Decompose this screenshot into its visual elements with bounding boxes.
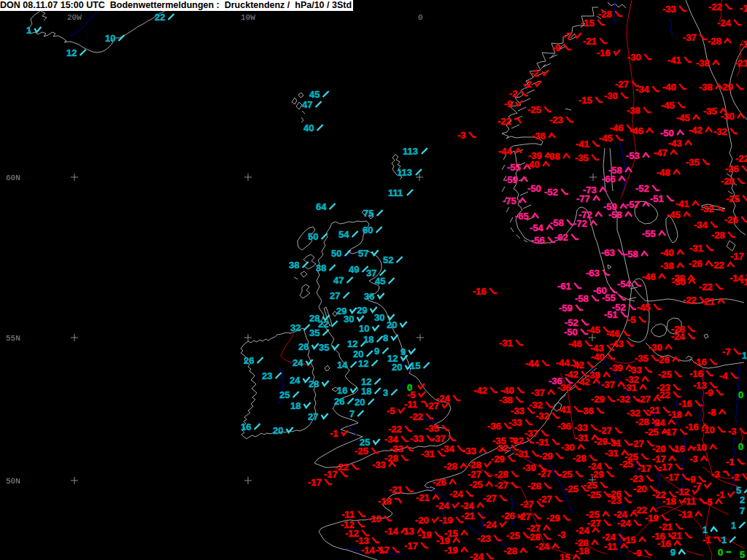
svg-text:-20: -20 xyxy=(633,483,647,494)
svg-text:-7: -7 xyxy=(722,346,731,357)
svg-text:-17: -17 xyxy=(308,477,322,488)
svg-text:-36: -36 xyxy=(557,421,571,432)
svg-text:-13: -13 xyxy=(678,509,692,520)
svg-text:-41: -41 xyxy=(676,198,689,209)
svg-text:-54: -54 xyxy=(530,222,544,233)
svg-text:-23: -23 xyxy=(477,533,491,544)
svg-text:-23: -23 xyxy=(630,473,643,484)
svg-text:-26: -26 xyxy=(689,258,703,269)
svg-text:75: 75 xyxy=(363,208,374,219)
svg-text:-42: -42 xyxy=(689,125,703,136)
svg-text:-22: -22 xyxy=(735,153,747,164)
svg-text:-31: -31 xyxy=(575,432,589,443)
svg-text:-7: -7 xyxy=(563,31,572,42)
svg-text:-56: -56 xyxy=(531,235,545,246)
svg-text:22: 22 xyxy=(155,12,165,23)
svg-text:28: 28 xyxy=(309,378,319,389)
svg-text:-72: -72 xyxy=(573,218,587,229)
svg-text:-32: -32 xyxy=(535,411,549,421)
svg-text:-21: -21 xyxy=(735,58,747,69)
svg-text:-18: -18 xyxy=(576,545,589,556)
svg-text:-25: -25 xyxy=(469,479,483,490)
svg-text:111: 111 xyxy=(388,187,403,198)
svg-text:-19: -19 xyxy=(444,545,458,556)
svg-text:-19: -19 xyxy=(418,529,432,540)
svg-text:0: 0 xyxy=(738,389,743,400)
svg-text:-54: -54 xyxy=(617,279,632,289)
svg-text:-27: -27 xyxy=(538,494,552,505)
svg-text:-52: -52 xyxy=(544,187,558,198)
svg-text:-28: -28 xyxy=(495,469,508,480)
svg-text:-17: -17 xyxy=(730,251,744,262)
svg-text:35: 35 xyxy=(319,342,329,353)
svg-text:-61: -61 xyxy=(557,281,571,292)
svg-text:20: 20 xyxy=(392,362,402,373)
svg-text:9: 9 xyxy=(400,346,406,357)
svg-text:23: 23 xyxy=(262,370,272,381)
svg-text:-29: -29 xyxy=(590,469,604,480)
svg-text:-30: -30 xyxy=(672,276,686,287)
svg-text:-24: -24 xyxy=(576,525,590,536)
svg-text:1: 1 xyxy=(731,520,736,531)
svg-text:9: 9 xyxy=(670,547,676,558)
svg-text:-28: -28 xyxy=(444,461,457,472)
svg-text:25: 25 xyxy=(279,389,290,400)
svg-text:-27: -27 xyxy=(587,518,601,529)
svg-text:-24: -24 xyxy=(470,551,484,560)
svg-text:60: 60 xyxy=(363,225,373,236)
svg-text:-31: -31 xyxy=(608,438,622,448)
svg-text:-31: -31 xyxy=(605,448,619,459)
svg-text:-5: -5 xyxy=(407,389,416,400)
svg-text:-28: -28 xyxy=(503,545,517,556)
svg-text:-2: -2 xyxy=(523,79,532,90)
svg-text:-21: -21 xyxy=(646,405,660,416)
svg-text:-16: -16 xyxy=(689,368,703,379)
svg-text:38: 38 xyxy=(289,260,299,271)
svg-text:20: 20 xyxy=(387,319,397,330)
svg-text:-21: -21 xyxy=(583,36,597,47)
svg-text:-11: -11 xyxy=(404,399,417,410)
svg-text:-33: -33 xyxy=(410,433,424,444)
svg-text:-27: -27 xyxy=(615,79,629,90)
svg-text:-16: -16 xyxy=(597,47,611,58)
svg-text:-41: -41 xyxy=(667,55,681,66)
svg-text:-41: -41 xyxy=(557,404,571,415)
svg-text:-14: -14 xyxy=(384,526,399,537)
svg-text:-2: -2 xyxy=(731,472,740,483)
svg-text:-1: -1 xyxy=(703,534,711,545)
svg-text:-47: -47 xyxy=(654,147,667,158)
svg-text:-9: -9 xyxy=(705,387,713,398)
svg-text:-36: -36 xyxy=(532,131,546,141)
svg-text:-28: -28 xyxy=(711,230,725,241)
svg-text:-8: -8 xyxy=(708,407,716,418)
svg-text:-24: -24 xyxy=(617,518,632,529)
svg-text:-4: -4 xyxy=(719,370,728,381)
svg-text:-15: -15 xyxy=(578,95,592,106)
svg-text:-51: -51 xyxy=(650,193,664,204)
svg-text:-16: -16 xyxy=(671,443,685,454)
svg-text:-58: -58 xyxy=(575,293,589,304)
svg-text:-1: -1 xyxy=(330,428,338,439)
svg-text:-22: -22 xyxy=(683,295,697,306)
svg-text:0: 0 xyxy=(418,13,423,22)
svg-text:-44: -44 xyxy=(556,357,570,368)
svg-text:-35: -35 xyxy=(575,152,589,163)
svg-text:-35: -35 xyxy=(635,353,649,364)
svg-text:1: 1 xyxy=(703,524,708,535)
svg-text:27: 27 xyxy=(330,290,340,301)
svg-text:-29: -29 xyxy=(539,451,553,462)
svg-text:-22: -22 xyxy=(409,411,423,422)
svg-text:-58: -58 xyxy=(550,217,564,228)
svg-text:30: 30 xyxy=(344,314,354,324)
svg-text:-43: -43 xyxy=(668,138,682,149)
svg-text:-25: -25 xyxy=(559,469,573,480)
svg-text:-30: -30 xyxy=(627,52,641,63)
svg-text:-31: -31 xyxy=(515,448,529,459)
svg-text:-17: -17 xyxy=(324,469,338,480)
svg-text:38: 38 xyxy=(316,262,326,273)
svg-text:-33: -33 xyxy=(508,417,522,428)
svg-text:-32: -32 xyxy=(700,203,714,214)
svg-text:-37: -37 xyxy=(432,433,446,444)
svg-text:-1: -1 xyxy=(726,456,735,467)
svg-text:-11: -11 xyxy=(683,496,696,507)
